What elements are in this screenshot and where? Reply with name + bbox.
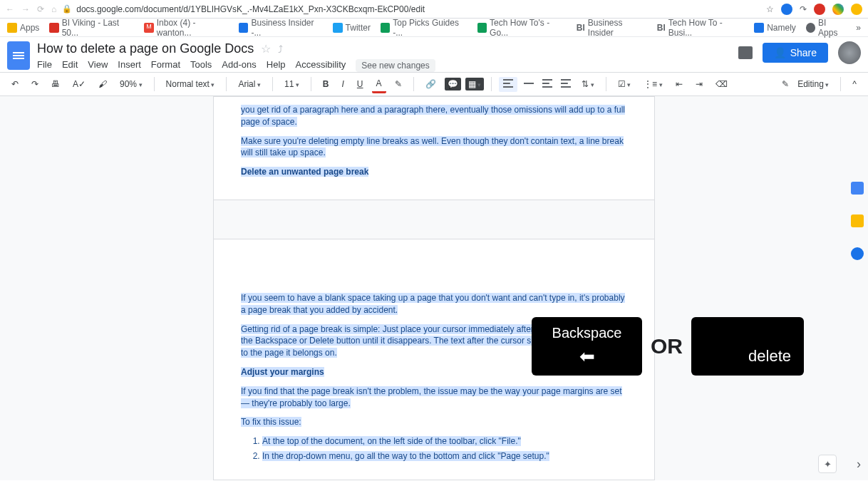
menu-tools[interactable]: Tools: [190, 59, 212, 72]
bookmark-item[interactable]: Top Picks Guides -...: [381, 18, 467, 38]
bookmark-label: Namely: [767, 23, 796, 33]
account-avatar[interactable]: [838, 41, 861, 64]
add-comment-icon[interactable]: 💬: [445, 78, 461, 90]
menu-addons[interactable]: Add-ons: [222, 59, 256, 72]
bookmark-label: Twitter: [346, 23, 371, 33]
bookmark-label: Inbox (4) - wanton...: [157, 18, 229, 38]
keep-icon[interactable]: [851, 214, 864, 227]
underline-button[interactable]: U: [353, 76, 368, 92]
document-canvas: you get rid of a paragraph here and a pa…: [0, 96, 868, 480]
home-icon[interactable]: ⌂: [51, 4, 56, 14]
person-icon: 👤: [774, 47, 786, 58]
calendar-icon[interactable]: [851, 182, 864, 195]
side-panel: [851, 182, 864, 260]
collapse-toolbar-icon[interactable]: ^: [848, 76, 861, 92]
bookmark-label: Tech How To - Busi...: [668, 18, 744, 38]
bookmark-label: BI Apps: [818, 18, 846, 38]
align-justify-button[interactable]: [559, 79, 573, 90]
delete-key-graphic: delete: [691, 317, 804, 376]
fontsize-select[interactable]: 11: [280, 76, 304, 92]
body-text: Make sure you're deleting empty line bre…: [241, 136, 624, 158]
explore-button[interactable]: ✦: [818, 455, 837, 473]
align-center-button[interactable]: [522, 79, 536, 90]
insert-link-icon[interactable]: 🔗: [421, 76, 440, 92]
page-gap: [213, 200, 655, 239]
clear-format-button[interactable]: ⌫: [711, 76, 732, 92]
ext-icon[interactable]: ↷: [800, 4, 807, 14]
menu-format[interactable]: Format: [151, 59, 180, 72]
list-item-text: At the top of the document, on the left …: [262, 436, 521, 446]
ext-icon[interactable]: [781, 4, 792, 15]
menu-insert[interactable]: Insert: [118, 59, 141, 72]
bookmark-label: Business Insider: [588, 18, 647, 38]
menu-view[interactable]: View: [88, 59, 108, 72]
ext-icon[interactable]: [851, 4, 862, 15]
mode-select[interactable]: Editing: [793, 76, 833, 92]
heading-text: Adjust your margins: [241, 367, 324, 377]
line-spacing-button[interactable]: ⇅: [577, 76, 599, 92]
spellcheck-icon[interactable]: A✓: [68, 76, 90, 92]
undo-icon[interactable]: ↶: [7, 76, 23, 92]
star-icon[interactable]: ☆: [766, 4, 774, 14]
indent-increase-button[interactable]: ⇥: [691, 76, 707, 92]
share-label: Share: [790, 47, 817, 58]
move-icon[interactable]: ⤴: [278, 43, 283, 55]
comments-icon[interactable]: [738, 46, 753, 59]
highlight-button[interactable]: ✎: [391, 76, 406, 92]
bookmark-apps[interactable]: Apps: [7, 23, 39, 33]
paint-format-icon[interactable]: 🖌: [94, 76, 111, 92]
menu-edit[interactable]: Edit: [62, 59, 78, 72]
star-icon[interactable]: ☆: [261, 42, 271, 56]
bookmark-item[interactable]: BI Viking - Last 50...: [49, 18, 134, 38]
formatting-toolbar: ↶ ↷ 🖶 A✓ 🖌 90% Normal text Arial 11 B I …: [0, 72, 868, 96]
bookmarks-overflow-icon[interactable]: »: [856, 23, 861, 33]
checklist-button[interactable]: ☑: [614, 76, 636, 92]
align-right-button[interactable]: [540, 79, 554, 90]
pencil-icon: ✎: [782, 79, 789, 89]
insert-image-icon[interactable]: ▦: [465, 78, 485, 90]
print-icon[interactable]: 🖶: [47, 76, 64, 92]
see-new-changes[interactable]: See new changes: [356, 59, 435, 72]
docs-logo-icon[interactable]: [7, 41, 30, 70]
zoom-select[interactable]: 90%: [115, 76, 147, 92]
italic-button[interactable]: I: [338, 76, 348, 92]
backspace-key-graphic: Backspace ⬅: [532, 317, 642, 376]
body-text: If you seem to have a blank space taking…: [241, 293, 625, 315]
bookmark-item[interactable]: Namely: [754, 23, 796, 33]
profile-icon[interactable]: [832, 4, 844, 15]
bold-button[interactable]: B: [319, 76, 334, 92]
bullet-list-button[interactable]: ⋮≡: [639, 76, 667, 92]
menu-accessibility[interactable]: Accessibility: [296, 59, 346, 72]
bookmarks-bar: Apps BI Viking - Last 50... MInbox (4) -…: [0, 19, 868, 37]
bookmark-item[interactable]: Business Insider -...: [239, 18, 322, 38]
indent-decrease-button[interactable]: ⇤: [671, 76, 687, 92]
share-button[interactable]: 👤Share: [763, 43, 828, 63]
show-side-panel-icon[interactable]: ›: [857, 457, 861, 472]
document-page[interactable]: you get rid of a paragraph here and a pa…: [213, 96, 655, 200]
url-text: docs.google.com/document/d/1YBLIHGVsK_.-…: [76, 4, 425, 14]
forward-icon[interactable]: →: [21, 4, 30, 14]
style-select[interactable]: Normal text: [162, 76, 219, 92]
text-color-button[interactable]: A: [372, 76, 386, 93]
bookmark-label: BI Viking - Last 50...: [62, 18, 135, 38]
body-text: you get rid of a paragraph here and a pa…: [241, 105, 625, 127]
menu-help[interactable]: Help: [267, 59, 286, 72]
redo-icon[interactable]: ↷: [27, 76, 43, 92]
bookmark-item[interactable]: BITech How To - Busi...: [657, 18, 744, 38]
align-left-button[interactable]: [499, 77, 517, 92]
menu-file[interactable]: File: [37, 59, 52, 72]
bookmark-item[interactable]: Tech How To's - Go...: [477, 18, 567, 38]
font-select[interactable]: Arial: [234, 76, 265, 92]
key-overlay: Backspace ⬅ OR delete: [532, 317, 804, 376]
bookmark-item[interactable]: MInbox (4) - wanton...: [144, 18, 229, 38]
ext-icon[interactable]: [814, 4, 825, 15]
bookmark-item[interactable]: BI Apps: [806, 18, 847, 38]
back-icon[interactable]: ←: [6, 4, 14, 14]
reload-icon[interactable]: ⟳: [37, 4, 44, 14]
heading-text: Delete an unwanted page break: [241, 167, 368, 177]
tasks-icon[interactable]: [851, 247, 864, 260]
url-bar[interactable]: 🔒 docs.google.com/document/d/1YBLIHGVsK_…: [62, 4, 760, 14]
bookmark-item[interactable]: BIBusiness Insider: [577, 18, 647, 38]
doc-title[interactable]: How to delete a page on Google Docs: [37, 41, 254, 56]
bookmark-item[interactable]: Twitter: [333, 23, 371, 33]
